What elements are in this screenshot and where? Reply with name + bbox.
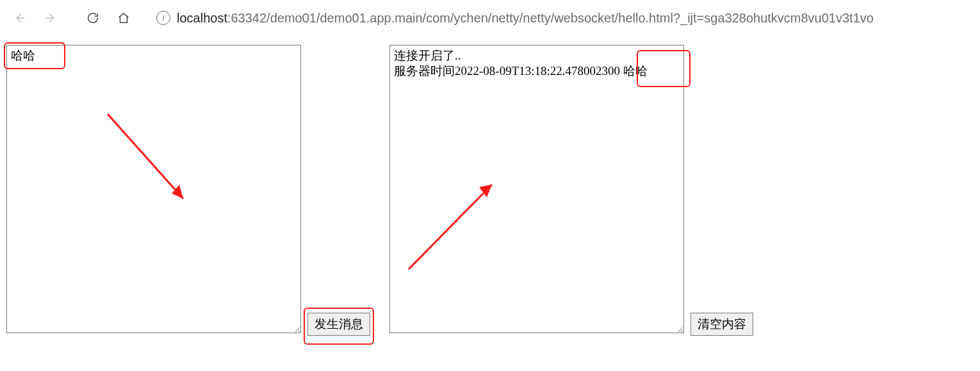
arrow-left-icon (13, 11, 27, 25)
send-button[interactable]: 发生消息 (307, 313, 370, 336)
back-button[interactable] (6, 4, 33, 31)
arrow-right-icon (44, 11, 58, 25)
browser-toolbar: i localhost:63342/demo01/demo01.app.main… (0, 0, 980, 36)
site-info-icon[interactable]: i (156, 11, 170, 25)
url-host: localhost (177, 11, 227, 25)
home-button[interactable] (110, 4, 137, 31)
url-path: :63342/demo01/demo01.app.main/com/ychen/… (227, 11, 874, 25)
input-area-wrap (6, 45, 301, 336)
reload-button[interactable] (79, 4, 106, 31)
url-display: localhost:63342/demo01/demo01.app.main/c… (177, 11, 874, 26)
reload-icon (86, 11, 100, 25)
address-bar[interactable]: i localhost:63342/demo01/demo01.app.main… (152, 6, 974, 30)
home-icon (117, 11, 131, 25)
log-area-wrap (389, 45, 684, 336)
server-log[interactable] (389, 45, 684, 333)
forward-button[interactable] (37, 4, 64, 31)
clear-button[interactable]: 清空内容 (690, 313, 753, 336)
page-body: 发生消息 清空内容 (0, 36, 980, 345)
message-input[interactable] (6, 45, 301, 333)
